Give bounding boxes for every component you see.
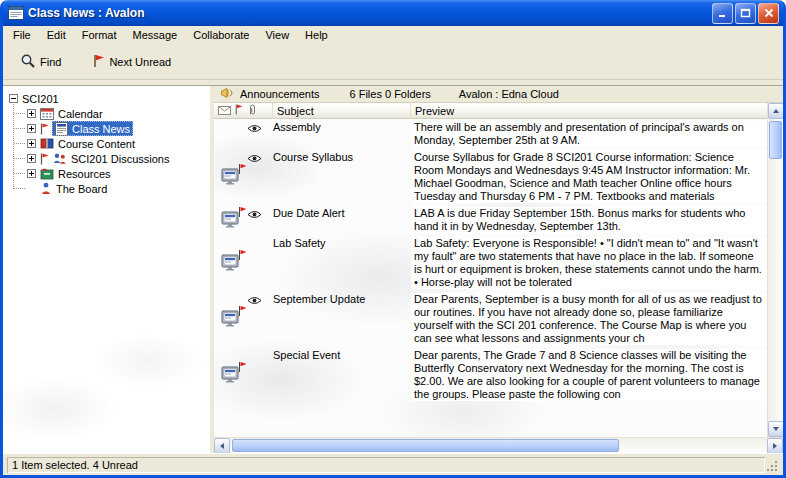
- paperclip-icon: [247, 104, 258, 118]
- message-icon-cell: [214, 121, 247, 147]
- toolbar: Find Next Unread: [3, 45, 783, 80]
- menu-edit[interactable]: Edit: [39, 26, 74, 45]
- resources-icon: [40, 168, 54, 180]
- file-folder-counts: 6 Files 0 Folders: [350, 88, 431, 100]
- horizontal-scroll-thumb[interactable]: [232, 439, 619, 452]
- expand-toggle-icon[interactable]: [27, 124, 36, 133]
- find-button[interactable]: Find: [15, 50, 66, 74]
- close-button[interactable]: [758, 3, 779, 24]
- scroll-up-button[interactable]: [768, 103, 784, 119]
- message-row-course-syllabus[interactable]: Course Syllabus Course Syllabus for Grad…: [214, 149, 767, 205]
- unread-flag-icon: [238, 163, 247, 175]
- viewed-eye-icon: [247, 209, 262, 221]
- app-icon: [8, 6, 24, 20]
- vertical-scrollbar[interactable]: [767, 103, 783, 437]
- unread-flag-icon: [238, 361, 247, 373]
- tree-item-resources[interactable]: Resources: [27, 166, 210, 181]
- expand-toggle-icon[interactable]: [27, 169, 36, 178]
- horizontal-scroll-track[interactable]: [230, 438, 767, 453]
- resize-grip[interactable]: [765, 457, 779, 473]
- message-preview: There will be an assembly and presentati…: [411, 121, 767, 147]
- message-row-due-date-alert[interactable]: Due Date Alert LAB A is due Friday Septe…: [214, 205, 767, 235]
- scroll-left-button[interactable]: [214, 438, 230, 454]
- tree-item-sci201-discussions[interactable]: SCI201 Discussions: [27, 151, 210, 166]
- menu-file[interactable]: File: [5, 26, 39, 45]
- menu-format[interactable]: Format: [74, 26, 125, 45]
- message-preview: Dear parents, The Grade 7 and 8 Science …: [411, 349, 767, 401]
- tree-item-label: Calendar: [58, 108, 103, 120]
- message-subject: Course Syllabus: [273, 151, 411, 164]
- subject-column-header[interactable]: Subject: [273, 103, 411, 119]
- list-body: Subject Preview Assembly There will be a…: [214, 103, 783, 437]
- message-row-special-event[interactable]: Special Event Dear parents, The Grade 7 …: [214, 347, 767, 403]
- message-subject: Lab Safety: [273, 237, 411, 250]
- menu-collaborate[interactable]: Collaborate: [185, 26, 257, 45]
- envelope-icon: [218, 105, 231, 117]
- window-title: Class News : Avalon: [28, 6, 710, 20]
- message-preview: Lab Safety: Everyone is Responsible! • "…: [411, 237, 767, 289]
- expand-toggle-icon[interactable]: [27, 154, 36, 163]
- tree-item-label: Resources: [58, 168, 111, 180]
- menu-help[interactable]: Help: [297, 26, 336, 45]
- expand-toggle-icon[interactable]: [27, 139, 36, 148]
- message-icon-cell: [214, 349, 247, 401]
- message-panel: Announcements 6 Files 0 Folders Avalon :…: [214, 86, 783, 453]
- title-bar[interactable]: Class News : Avalon: [3, 0, 783, 26]
- tree-item-the-board[interactable]: The Board: [27, 181, 210, 196]
- message-preview: Course Syllabus for Grade 8 SCI201 Cours…: [411, 151, 767, 203]
- next-unread-button[interactable]: Next Unread: [88, 51, 176, 73]
- message-subject: Special Event: [273, 349, 411, 362]
- tree-item-label: Course Content: [58, 138, 135, 150]
- main-area: SCI201 Calendar Class News: [3, 85, 783, 453]
- message-subject: Assembly: [273, 121, 411, 134]
- scroll-right-button[interactable]: [767, 438, 783, 454]
- status-field: 1 Item selected. 4 Unread: [7, 457, 765, 473]
- maximize-button[interactable]: [735, 3, 756, 24]
- unread-flag-icon: [238, 206, 247, 218]
- news-icon: [55, 122, 68, 136]
- menu-view[interactable]: View: [257, 26, 297, 45]
- conference-header: Announcements 6 Files 0 Folders Avalon :…: [214, 86, 783, 103]
- message-icon: [221, 254, 240, 272]
- calendar-icon: [40, 107, 54, 120]
- flag-icon: [235, 104, 243, 117]
- menu-message[interactable]: Message: [125, 26, 186, 45]
- selected-tree-item: Class News: [52, 121, 133, 136]
- message-preview: LAB A is due Friday September 15th. Bonu…: [411, 207, 767, 233]
- next-unread-label: Next Unread: [109, 56, 171, 68]
- discussion-icon: [52, 152, 67, 165]
- status-text: 1 Item selected. 4 Unread: [12, 459, 138, 471]
- message-row-lab-safety[interactable]: Lab Safety Lab Safety: Everyone is Respo…: [214, 235, 767, 291]
- tree-item-label: Class News: [72, 123, 130, 135]
- vertical-scroll-thumb[interactable]: [769, 121, 782, 159]
- arrow-up-icon: [773, 106, 779, 113]
- server-identity: Avalon : Edna Cloud: [459, 88, 559, 100]
- message-row-september-update[interactable]: September Update Dear Parents, September…: [214, 291, 767, 347]
- unread-flag-icon: [40, 153, 49, 165]
- viewed-cell: [247, 293, 273, 307]
- tree-item-calendar[interactable]: Calendar: [27, 106, 210, 121]
- megaphone-icon: [220, 87, 234, 101]
- message-icon-cell: [214, 207, 247, 233]
- viewed-cell: [247, 207, 273, 221]
- message-icon: [221, 211, 240, 229]
- message-icon-cell: [214, 293, 247, 345]
- arrow-left-icon: [217, 443, 224, 449]
- scroll-down-button[interactable]: [768, 421, 784, 437]
- person-icon: [40, 182, 52, 195]
- conference-title: Announcements: [240, 88, 320, 100]
- tree-item-sci201[interactable]: SCI201: [9, 91, 210, 106]
- message-row-assembly[interactable]: Assembly There will be an assembly and p…: [214, 119, 767, 149]
- viewed-cell: [247, 121, 273, 135]
- horizontal-scrollbar[interactable]: [214, 437, 783, 453]
- expand-toggle-icon[interactable]: [27, 109, 36, 118]
- preview-column-header[interactable]: Preview: [411, 103, 767, 119]
- tree-item-course-content[interactable]: Course Content: [27, 136, 210, 151]
- icon-columns-header[interactable]: [214, 103, 273, 119]
- minimize-button[interactable]: [712, 3, 733, 24]
- status-bar: 1 Item selected. 4 Unread: [3, 453, 783, 475]
- viewed-eye-icon: [247, 153, 262, 165]
- vertical-scroll-track[interactable]: [768, 119, 783, 421]
- tree-children: Calendar Class News Course Content: [9, 106, 210, 196]
- tree-item-class-news[interactable]: Class News: [27, 121, 210, 136]
